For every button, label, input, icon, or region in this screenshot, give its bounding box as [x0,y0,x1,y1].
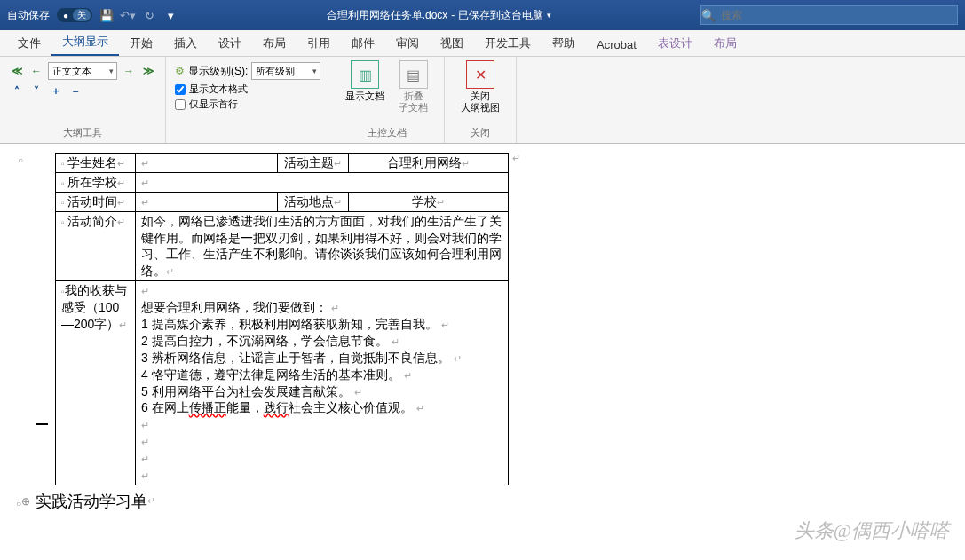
move-down-icon[interactable]: ˅ [28,83,44,99]
cell-value: 合理利用网络 [387,155,462,170]
show-text-format-input[interactable] [175,84,186,95]
tab-table-design[interactable]: 表设计 [647,30,703,56]
redo-icon[interactable]: ↻ [142,8,156,22]
document-table[interactable]: ▫ 学生姓名↵ ↵ 活动主题↵ 合理利用网络↵ ▫ 所在学校↵ ↵ ▫ 活动时间… [55,153,509,485]
cell-label: 活动主题 [284,155,334,170]
saved-status: 已保存到这台电脑 [458,8,543,23]
tab-acrobat[interactable]: Acrobat [586,33,647,56]
show-level-icon: ⚙ [175,65,185,77]
tab-mailings[interactable]: 邮件 [341,30,385,56]
group-label-close: 关闭 [454,124,507,139]
saved-dropdown-icon[interactable]: ▾ [547,11,551,20]
title-bar: 自动保存 ●关 💾 ↶▾ ↻ ▾ 合理利用网络任务单.docx - 已保存到这台… [0,0,965,30]
tab-developer[interactable]: 开发工具 [474,30,542,56]
autosave-toggle[interactable]: ●关 [57,8,92,22]
table-row[interactable]: ▫ 所在学校↵ ↵ [56,172,509,192]
move-up-icon[interactable]: ˄ [9,83,25,99]
text-cursor [36,423,48,425]
autosave-label: 自动保存 [7,8,50,23]
demote-to-body-icon[interactable]: ≫ [140,63,156,79]
search-box[interactable]: 🔍 [700,5,958,25]
cell-label: 活动时间 [67,194,117,209]
cell-value[interactable]: ↵ 想要合理利用网络，我们要做到： ↵ 1 提高媒介素养，积极利用网络获取新知，… [136,281,509,485]
tab-references[interactable]: 引用 [297,30,341,56]
outline-marker-icon: ○ [18,155,23,165]
search-input[interactable] [716,9,957,21]
cell-label: 所在学校 [67,175,117,189]
document-area[interactable]: ○ ▫ 学生姓名↵ ↵ 活动主题↵ 合理利用网络↵ ▫ 所在学校↵ ↵ ▫ 活动… [0,144,965,512]
customize-qat-icon[interactable]: ▾ [163,8,178,22]
show-first-line-checkbox[interactable]: 仅显示首行 [175,97,320,112]
table-row[interactable]: ▫我的收获与感受（100—200字）↵ ↵ 想要合理利用网络，我们要做到： ↵ … [56,281,509,485]
show-document-button[interactable]: ▥ 显示文档 [338,60,392,114]
tab-review[interactable]: 审阅 [385,30,430,56]
group-master-doc: ▥ 显示文档 ▤ 折叠 子文档 主控文档 [329,57,445,143]
group-label-outline-tools: 大纲工具 [9,124,156,139]
collapse-subdoc-icon: ▤ [399,60,428,89]
show-level-combo[interactable]: 所有级别 [251,62,320,80]
tab-help[interactable]: 帮助 [542,30,586,56]
outline-heading-row[interactable]: ○ ⊕ 实践活动学习单 ↵ [41,491,965,512]
undo-icon[interactable]: ↶▾ [121,8,135,22]
document-title: 合理利用网络任务单.docx [327,8,448,23]
ribbon: ≪ ← 正文文本 → ≫ ˄ ˅ + − 大纲工具 ⚙ 显示级别(S): 所有级… [0,57,965,144]
show-text-format-checkbox[interactable]: 显示文本格式 [175,82,320,97]
tab-outline[interactable]: 大纲显示 [51,28,119,56]
tab-home[interactable]: 开始 [119,30,163,56]
tab-view[interactable]: 视图 [430,30,474,56]
cell-value: 如今，网络已渗透进我们生活的方方面面，对我们的生活产生了关键作用。而网络是一把双… [141,214,502,279]
table-row[interactable]: ▫ 活动时间↵ ↵ 活动地点↵ 学校↵ [56,192,509,211]
collapse-subdoc-button: ▤ 折叠 子文档 [392,60,435,114]
collapse-icon[interactable]: − [67,83,83,99]
cell-value: 学校 [412,194,437,209]
title-separator: - [451,9,455,21]
demote-icon[interactable]: → [121,63,137,79]
table-row[interactable]: ▫ 活动简介↵ 如今，网络已渗透进我们生活的方方面面，对我们的生活产生了关键作用… [56,211,509,281]
expand-icon[interactable]: + [48,83,64,99]
group-show-options: ⚙ 显示级别(S): 所有级别 显示文本格式 仅显示首行 [166,57,329,143]
group-close: ✕ 关闭 大纲视图 关闭 [445,57,517,143]
group-label-master-doc: 主控文档 [338,124,435,139]
tab-table-layout[interactable]: 布局 [703,30,747,56]
watermark: 头条@偶西小嗒嗒 [795,517,949,544]
tab-insert[interactable]: 插入 [163,30,208,56]
cell-label: 活动简介 [67,214,117,228]
table-row[interactable]: ▫ 学生姓名↵ ↵ 活动主题↵ 合理利用网络↵ [56,154,509,173]
search-icon: 🔍 [701,8,716,22]
close-outline-icon: ✕ [466,60,494,89]
outline-expand-icon[interactable]: ⊕ [21,495,30,508]
save-icon[interactable]: 💾 [99,8,114,22]
heading-text: 实践活动学习单 [36,491,147,512]
promote-icon[interactable]: ← [28,63,44,79]
outline-marker-icon: ○ [16,499,21,509]
cell-label: 我的收获与感受（100—200字） [61,283,127,331]
tab-file[interactable]: 文件 [7,30,51,56]
cell-label: 活动地点 [284,194,334,209]
show-level-label: 显示级别(S): [188,64,248,79]
group-outline-tools: ≪ ← 正文文本 → ≫ ˄ ˅ + − 大纲工具 [0,57,166,143]
tab-layout[interactable]: 布局 [252,30,297,56]
cell-label: 学生姓名 [67,155,117,170]
show-document-icon: ▥ [351,60,379,89]
tab-design[interactable]: 设计 [208,30,252,56]
outline-level-combo[interactable]: 正文文本 [48,62,117,80]
show-first-line-input[interactable] [175,99,186,110]
promote-to-heading1-icon[interactable]: ≪ [9,63,25,79]
close-outline-button[interactable]: ✕ 关闭 大纲视图 [454,60,507,114]
ribbon-tabs: 文件 大纲显示 开始 插入 设计 布局 引用 邮件 审阅 视图 开发工具 帮助 … [0,30,965,57]
